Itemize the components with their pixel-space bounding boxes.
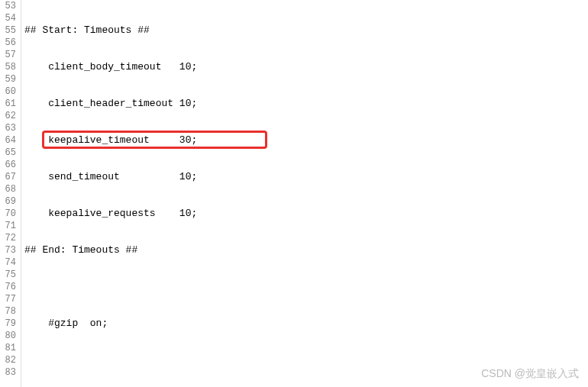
code-area[interactable]: ## Start: Timeouts ## client_body_timeou… xyxy=(21,0,588,387)
line-number: 62 xyxy=(0,110,16,122)
line-number: 63 xyxy=(0,122,16,134)
line-number: 58 xyxy=(0,61,16,73)
line-number: 66 xyxy=(0,159,16,171)
line-number: 73 xyxy=(0,244,16,256)
code-line: #gzip on; xyxy=(24,318,588,330)
line-number: 78 xyxy=(0,305,16,318)
code-line: keepalive_requests 10; xyxy=(24,208,588,220)
line-number: 74 xyxy=(0,256,16,269)
line-number: 56 xyxy=(0,37,16,49)
line-number: 61 xyxy=(0,98,16,110)
line-number: 60 xyxy=(0,85,16,98)
line-number: 83 xyxy=(0,366,16,379)
line-number-gutter: 53 54 55 56 57 58 59 60 61 62 63 64 65 6… xyxy=(0,0,21,387)
line-number: 82 xyxy=(0,354,16,366)
line-number: 72 xyxy=(0,232,16,244)
code-editor: 53 54 55 56 57 58 59 60 61 62 63 64 65 6… xyxy=(0,0,588,387)
line-number: 76 xyxy=(0,281,16,293)
code-line xyxy=(24,354,588,366)
line-number: 70 xyxy=(0,208,16,220)
line-number: 71 xyxy=(0,220,16,232)
code-line: keepalive_timeout 30; xyxy=(24,134,588,147)
line-number: 68 xyxy=(0,183,16,195)
line-number: 64 xyxy=(0,134,16,147)
code-line: ## Start: Timeouts ## xyxy=(24,24,588,37)
line-number: 59 xyxy=(0,73,16,85)
code-line: client_body_timeout 10; xyxy=(24,61,588,73)
line-number: 75 xyxy=(0,269,16,281)
code-line xyxy=(24,281,588,293)
line-number: 54 xyxy=(0,12,16,24)
line-number: 57 xyxy=(0,49,16,61)
line-number: 80 xyxy=(0,330,16,342)
line-number: 65 xyxy=(0,147,16,159)
line-number: 77 xyxy=(0,293,16,305)
code-line: ## End: Timeouts ## xyxy=(24,244,588,256)
line-number: 53 xyxy=(0,0,16,12)
line-number: 69 xyxy=(0,195,16,208)
code-line: client_header_timeout 10; xyxy=(24,98,588,110)
line-number: 67 xyxy=(0,171,16,183)
line-number: 79 xyxy=(0,318,16,330)
line-number: 55 xyxy=(0,24,16,37)
code-line: send_timeout 10; xyxy=(24,171,588,183)
line-number: 81 xyxy=(0,342,16,354)
